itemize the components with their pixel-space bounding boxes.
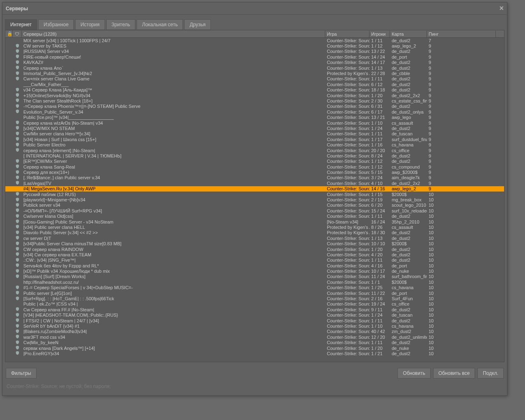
tab-5[interactable]: Друзья <box>184 19 211 30</box>
shield-icon <box>15 203 20 208</box>
tab-2[interactable]: История <box>75 19 105 30</box>
server-row[interactable]: +15|Online|Serva4ok|by NG#|v34Counter-St… <box>5 93 504 98</box>
server-row[interactable]: #4| MegaSeven.Ru [v.34] Only AWPCounter-… <box>5 186 504 192</box>
server-row[interactable]: |RUSSIAN| Server v34Counter-Strike: Sour… <box>5 49 504 54</box>
server-row[interactable]: -=Сервер клана Phoenix™=||=-[NO STEAM] P… <box>5 104 504 109</box>
server-row[interactable]: CW server by TAKESCounter-Strike: Source… <box>5 43 504 48</box>
name-cell: Public server [Le[G]1on] <box>22 291 325 296</box>
server-row[interactable]: [V34] |HEADSHOT-TEAM.COM|.:Public:.{RUS}… <box>5 313 504 318</box>
col-lock[interactable]: 🔒 <box>5 30 13 37</box>
refresh-all-button[interactable]: Обновить все <box>433 368 475 379</box>
server-row[interactable]: [Gosu-Gaming] Public Server - v34 NoStea… <box>5 219 504 224</box>
shield-icon <box>15 131 20 136</box>
server-row[interactable]: Сервер клана Sang-RealCounter-Strike: So… <box>5 164 504 169</box>
map-cell: de_dust2 <box>390 104 427 109</box>
server-row[interactable]: [ER™]CW/Mix ServerCounter-Strike: Source… <box>5 159 504 164</box>
name-cell: #4| MegaSeven.Ru [v.34] Only AWP <box>22 186 325 191</box>
server-row[interactable]: [v34]CW/MIX NO STEAMCounter-Strike: Sour… <box>5 126 504 131</box>
server-row[interactable]: Public Server ElectroCounter-Strike: Sou… <box>5 142 504 147</box>
server-row[interactable]: Русский паблик (12 RUS)Counter-Strike: S… <box>5 192 504 197</box>
close-icon[interactable]: × <box>499 4 504 13</box>
server-row[interactable]: Cw/Mix server clana Hero™[v.34]Counter-S… <box>5 131 504 137</box>
server-row[interactable]: Сервер клана Ano`Counter-Strike: Source1… <box>5 65 504 71</box>
server-row[interactable]: Public [Ice.pro]™ |v34|_________________… <box>5 114 504 120</box>
server-row[interactable]: .:CW:. |v34| |SNG_Five™|Counter-Strike: … <box>5 258 504 263</box>
server-row[interactable]: CW сервер клана RAINDOWCounter-Strike: S… <box>5 247 504 252</box>
server-row[interactable]: SerVeR bY bAnDiT {v34} #1Counter-Strike:… <box>5 323 504 329</box>
vac-cell <box>13 247 22 252</box>
server-row[interactable]: сервак клана [Dark Angels™] [+14]Counter… <box>5 345 504 351</box>
server-rows[interactable]: MIX server [v34] | 100Tick | 1000FPS | 2… <box>5 38 504 362</box>
server-row[interactable]: war3FT mod css v34Counter-Strike: Source… <box>5 334 504 340</box>
ping-cell: 9 <box>427 110 496 114</box>
server-row[interactable]: | FTS#2 | CW | NoSteam | 24/7 | [v34]Cou… <box>5 318 504 323</box>
server-row[interactable]: Public | ek.Zo™ |CSS v34 |Counter-Strike… <box>5 301 504 307</box>
col-servers[interactable]: Серверы (1228) <box>22 31 325 37</box>
players-cell: 1 / 11 <box>370 214 390 219</box>
server-row[interactable]: v34 Сервер Клана [Аль-Каида]™Counter-Str… <box>5 87 504 93</box>
server-row[interactable]: [playworld]~Minigame~[Nb]v34Counter-Stri… <box>5 197 504 202</box>
server-row[interactable]: [v34] Новая | Surf | Школа css [15+]Coun… <box>5 137 504 142</box>
players-cell: 18 / 18 <box>370 87 390 92</box>
server-row[interactable]: The Clan server StealthRock [18+]Counter… <box>5 98 504 103</box>
refresh-button[interactable]: Обновить <box>397 368 430 379</box>
server-row[interactable]: cw server D|TCounter-Strike: Source1 / 1… <box>5 235 504 241</box>
server-row[interactable]: Immortal_Public_Server_[v.34]№2Protected… <box>5 71 504 76</box>
tab-0[interactable]: Интернет <box>5 19 37 30</box>
server-row[interactable]: FIRE-новый сервер!Спеши!Counter-Strike: … <box>5 54 504 59</box>
server-row[interactable]: [Surf+Rpg]. : : |HoT_GamE| : : .500fps|6… <box>5 296 504 301</box>
server-row[interactable]: -=ОЛИМП=- [ЛУЧШИЙ Surf+RPG v34]Counter-S… <box>5 208 504 213</box>
shield-icon <box>15 180 20 185</box>
server-row[interactable]: |LasVegas|TVCounter-Strike: Source4 / 10… <box>5 180 504 186</box>
server-row[interactable]: http://finalheadshot.ucoz.ru/Counter-Str… <box>5 279 504 285</box>
map-cell: de_dust2_onlya <box>390 110 427 114</box>
server-row[interactable]: Сервер клана wIzArDs |No-Steam| v34Count… <box>5 120 504 126</box>
server-row[interactable]: [.:Re$i$tance:.] clan Public server v.34… <box>5 175 504 180</box>
connect-button[interactable]: Подкл. <box>477 368 504 379</box>
server-row[interactable]: #1-= Сервер SpecialForses | v 34|+DubSte… <box>5 285 504 290</box>
col-ping[interactable]: Пинг <box>427 31 496 37</box>
server-row[interactable]: [v34]Public Server Clana minusTM size[0.… <box>5 241 504 246</box>
tab-1[interactable]: Избранное <box>38 19 74 30</box>
ping-cell: 9 <box>427 170 496 175</box>
server-row[interactable]: [v34] Public server clana HELLProtected … <box>5 224 504 230</box>
server-row[interactable]: сервер клана [element] |No-Steam|Counter… <box>5 148 504 153</box>
map-cell: cs_havana <box>390 285 427 290</box>
server-row[interactable]: Diavolo Public Server [v.34] << #2 >>Pro… <box>5 230 504 235</box>
server-row[interactable]: Serva4ok без 4itov by Fzppp and RL*Count… <box>5 263 504 268</box>
ping-cell: 10 <box>427 329 496 334</box>
server-row[interactable]: KAVKAZ#Counter-Strike: Source14 / 17de_d… <box>5 60 504 65</box>
players-cell: 1 / 12 <box>370 159 390 164</box>
server-row[interactable]: |Blakers.ru|ZombieMod№3|v34|Counter-Stri… <box>5 329 504 334</box>
name-cell: .:CW:. |v34| |SNG_Five™| <box>22 258 325 262</box>
server-row[interactable]: Cw|Mix_by_keeNCounter-Strike: Source1 / … <box>5 340 504 345</box>
col-game[interactable]: Игра <box>325 31 370 37</box>
server-row[interactable]: [xD]™ Publik v34 ХорошиеЛюди * dub mixCo… <box>5 268 504 274</box>
shield-icon <box>15 208 20 213</box>
server-row[interactable]: [v34] Cw сервер клана EX.TEAMCounter-Str… <box>5 252 504 257</box>
server-row[interactable]: Cw/server klana Old[css]Counter-Strike: … <box>5 214 504 219</box>
server-row[interactable]: Cw+mix server Clana Live GameCounter-Str… <box>5 76 504 82</box>
tab-4[interactable]: Локальная сеть <box>137 19 183 30</box>
server-row[interactable]: Public server [Le[G]1on]Counter-Strike: … <box>5 290 504 296</box>
game-cell: Counter-Strike: Source <box>325 307 370 312</box>
col-players[interactable]: Игроки <box>370 31 390 37</box>
server-row[interactable]: Сервер для всех(18+)Counter-Strike: Sour… <box>5 169 504 175</box>
server-row[interactable]: Publick server v34Counter-Strike: Source… <box>5 203 504 208</box>
server-row[interactable]: [ INTERNATIONAL | SERVER | V.34 | ТЮМЕНЬ… <box>5 153 504 158</box>
server-row[interactable]: ___Cw/Mix_Father___Counter-Strike: Sourc… <box>5 82 504 87</box>
name-cell: [v34]Public Server Clana minusTM size[0.… <box>22 241 325 246</box>
col-map[interactable]: Карта <box>390 31 427 37</box>
server-row[interactable]: MIX server [v34] | 100Tick | 1000FPS | 2… <box>5 38 504 43</box>
server-row[interactable]: [Russian] [Surf] [Dream Works]Counter-St… <box>5 274 504 279</box>
players-cell: 1 / 13 <box>370 236 390 241</box>
map-cell: de_dust2 <box>390 76 427 81</box>
col-vac[interactable]: 🛡 <box>13 31 22 37</box>
players-cell: 1 / 16 <box>370 142 390 147</box>
server-row[interactable]: Cw Сервер клана FF.# |No-Steam|Counter-S… <box>5 307 504 312</box>
filters-button[interactable]: Фильтры <box>6 368 37 379</box>
vac-cell <box>13 126 22 131</box>
server-row[interactable]: Evolution_Public_Server_v.34Counter-Stri… <box>5 109 504 114</box>
server-row[interactable]: |Pro.EneRGY|v34Counter-Strike: Source1 /… <box>5 351 504 356</box>
tab-3[interactable]: Зритель <box>106 19 136 30</box>
